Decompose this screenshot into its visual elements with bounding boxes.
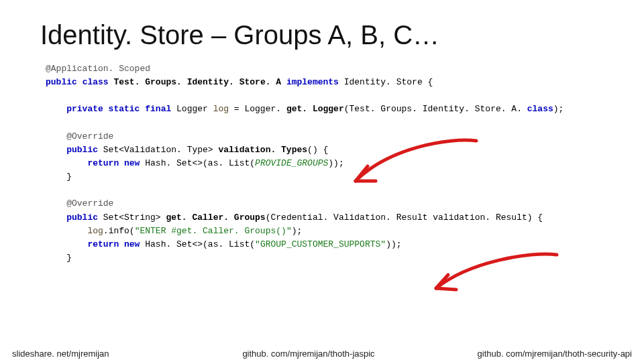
code-block: @Application. Scoped public class Test. … (40, 62, 604, 265)
annotation-application-scoped: @Application. Scoped (46, 64, 150, 74)
aslist2: as. List (208, 239, 250, 249)
paren2: (Credential. Validation. Result validati… (266, 213, 543, 223)
kw-implements: implements (286, 77, 339, 87)
ret-type1: Set<Validation. Type> (98, 145, 218, 155)
getlogger-arg: (Test. Groups. Identity. Store. A. (344, 104, 527, 114)
kw-class: class (83, 77, 109, 87)
semi2: ); (292, 226, 303, 236)
page-title: Identity. Store – Groups A, B, C… (40, 20, 604, 50)
hashset2: Hash. Set<>( (140, 239, 207, 249)
const-provide-groups: PROVIDE_GROUPS (255, 158, 328, 168)
slide: Identity. Store – Groups A, B, C… @Appli… (0, 0, 644, 362)
kw-public: public (46, 77, 77, 87)
str-group-cs: "GROUP_CUSTOMER_SUPPORTS" (255, 239, 386, 249)
class-name: Test. Groups. Identity. Store. A (109, 77, 286, 87)
footer-right: github. com/mjremijan/thoth-security-api (456, 349, 644, 359)
kw-new1: new (119, 158, 140, 168)
kw-new2: new (119, 239, 140, 249)
type-logger: Logger (171, 104, 213, 114)
open2: ( (250, 239, 255, 249)
close1: )); (328, 158, 343, 168)
method-getCallerGroups: get. Caller. Groups (166, 213, 265, 223)
kw-psf: private static final (46, 104, 171, 114)
override1: @Override (46, 131, 113, 141)
info: .info( (103, 226, 135, 236)
close2: )); (386, 239, 401, 249)
var-log: log (213, 104, 229, 114)
hashset1: Hash. Set<>( (140, 158, 207, 168)
eq: = Logger. (229, 104, 286, 114)
semi1: ); (553, 104, 564, 114)
kw-public2: public (46, 145, 98, 155)
brace2: } (46, 253, 72, 263)
kw-return1: return (46, 158, 119, 168)
impl-type: Identity. Store { (339, 77, 433, 87)
paren1: () { (307, 145, 328, 155)
log-call: log (46, 226, 103, 236)
aslist1: as. List (208, 158, 250, 168)
brace1: } (46, 172, 72, 182)
footer-mid: github. com/mjremijan/thoth-jaspic (161, 349, 456, 359)
open1: ( (250, 158, 255, 168)
getlogger: get. Logger (286, 104, 344, 114)
kw-class2: class (527, 104, 553, 114)
override2: @Override (46, 198, 113, 208)
footer-left: slideshare. net/mjremijan (0, 349, 161, 359)
kw-return2: return (46, 239, 119, 249)
str-enter: "ENTER #get. Caller. Groups()" (135, 226, 292, 236)
ret-type2: Set<String> (98, 213, 166, 223)
footer: slideshare. net/mjremijan github. com/mj… (0, 345, 644, 362)
kw-public3: public (46, 213, 98, 223)
method-validationTypes: validation. Types (218, 145, 307, 155)
